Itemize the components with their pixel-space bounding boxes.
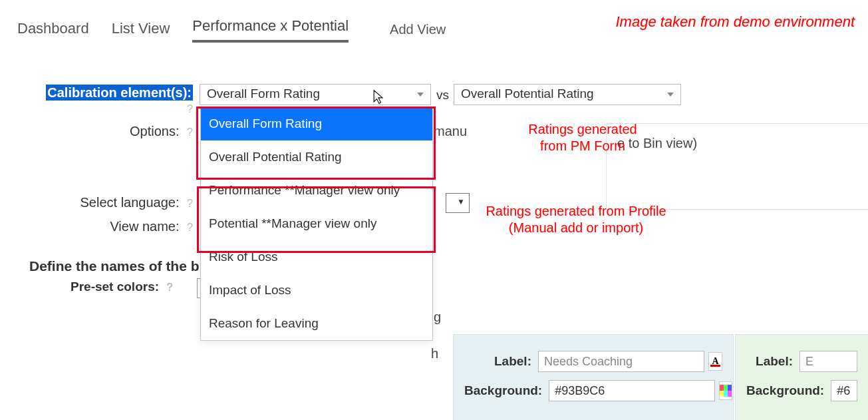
cursor-icon — [372, 89, 384, 105]
font-color-icon: A — [710, 356, 720, 367]
bin1-bg-input[interactable] — [549, 380, 715, 401]
help-icon[interactable]: ? — [187, 126, 193, 138]
color-swatch-button[interactable] — [719, 381, 732, 400]
fragment-h: h — [431, 346, 438, 361]
bin-panel-2: Label: Background: — [736, 335, 868, 420]
options-label: Options: ? — [0, 124, 193, 139]
bin2-label-label: Label: — [746, 354, 799, 369]
tab-performance-potential[interactable]: Performance x Potential — [192, 17, 349, 43]
bin1-bg-label: Background: — [464, 383, 549, 398]
dropdown-option-risk-of-loss[interactable]: Risk of Loss — [201, 240, 432, 274]
calibration-element-1-dropdown-list[interactable]: Overall Form Rating Overall Potential Ra… — [200, 106, 433, 341]
tab-add-view[interactable]: Add View — [390, 22, 446, 43]
options-text-fragment-manu: manu — [434, 124, 467, 139]
annotation-text-pm-form: Ratings generated from PM Form — [483, 121, 682, 154]
calibration-elements-label-text: Calibration element(s): — [46, 85, 193, 101]
demo-environment-note: Image taken from demo environment — [615, 13, 855, 31]
help-icon[interactable]: ? — [187, 103, 193, 115]
options-label-text: Options: — [130, 124, 179, 138]
swatch-icon — [720, 385, 732, 397]
dropdown-option-reason-for-leaving[interactable]: Reason for Leaving — [201, 307, 432, 340]
font-color-button[interactable]: A — [708, 352, 722, 371]
tab-list-view[interactable]: List View — [112, 20, 170, 43]
dropdown-option-performance-manager[interactable]: Performance **Manager view only — [201, 174, 432, 207]
bin1-label-input[interactable] — [538, 351, 704, 372]
bin1-label-label: Label: — [464, 354, 538, 369]
preset-colors-label: Pre-set colors: ? — [71, 280, 173, 294]
dropdown-option-potential-manager[interactable]: Potential **Manager view only — [201, 207, 432, 240]
define-bins-heading: Define the names of the b — [29, 258, 200, 274]
view-name-label: View name: ? — [0, 219, 193, 234]
fragment-g: g — [434, 310, 441, 325]
tab-dashboard[interactable]: Dashboard — [17, 20, 89, 43]
calibration-elements-label: Calibration element(s): ? — [0, 85, 193, 116]
calibration-element-1-value: Overall Form Rating — [207, 87, 320, 101]
bin-panel-1: Label: A Background: — [454, 335, 733, 420]
select-language-label-text: Select language: — [80, 195, 180, 210]
view-name-label-text: View name: — [110, 219, 179, 234]
calibration-element-1-select[interactable]: Overall Form Rating — [200, 84, 431, 105]
preset-colors-label-text: Pre-set colors: — [71, 280, 159, 294]
bin2-bg-label: Background: — [746, 383, 831, 398]
bin2-label-input[interactable] — [799, 351, 857, 372]
bin2-bg-input[interactable] — [831, 380, 857, 401]
vs-label: vs — [436, 88, 449, 103]
dropdown-option-overall-potential-rating[interactable]: Overall Potential Rating — [201, 140, 432, 174]
calibration-element-2-value: Overall Potential Rating — [461, 87, 594, 101]
dropdown-option-overall-form-rating[interactable]: Overall Form Rating — [201, 107, 432, 140]
dropdown-option-impact-of-loss[interactable]: Impact of Loss — [201, 274, 432, 307]
annotation-text-profile: Ratings generated from Profile (Manual a… — [450, 203, 702, 236]
calibration-element-2-select[interactable]: Overall Potential Rating — [454, 84, 681, 105]
help-icon[interactable]: ? — [166, 282, 173, 294]
select-language-label: Select language: ? — [0, 195, 193, 210]
help-icon[interactable]: ? — [187, 222, 193, 234]
help-icon[interactable]: ? — [187, 198, 193, 210]
